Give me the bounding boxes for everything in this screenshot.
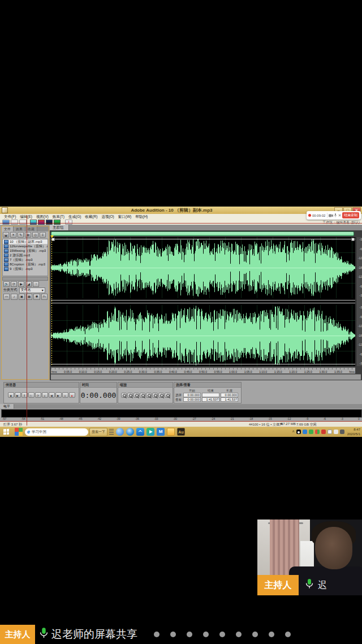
volume-icon[interactable] <box>334 430 338 434</box>
view-end-value[interactable]: 1:41.537 <box>202 397 219 402</box>
playhead-cursor[interactable] <box>51 237 52 366</box>
loop-icon[interactable]: ⟳ <box>11 281 17 287</box>
edit-file-icon[interactable]: ✎ <box>18 232 24 238</box>
zoom-in-vertical-button[interactable] <box>158 393 164 398</box>
webcam-video[interactable]: 主持人 迟 <box>257 520 362 595</box>
qq-tray-icon[interactable] <box>296 430 301 434</box>
editor-scroll-strip[interactable] <box>51 374 361 380</box>
tab-favorites[interactable]: 收藏 <box>25 226 37 231</box>
workspace-tile-4-icon[interactable] <box>54 220 61 225</box>
record-button[interactable]: ● <box>69 392 75 398</box>
playhead-marker-icon[interactable] <box>50 235 54 238</box>
view-start-value[interactable]: 0:00.000 <box>183 397 201 402</box>
waveform-overview-bar[interactable] <box>51 231 354 236</box>
menu-item[interactable]: 收藏(R) <box>85 214 97 220</box>
zoom-left-button[interactable] <box>146 393 152 398</box>
zoom-in-button[interactable] <box>121 393 127 398</box>
waveform-left-channel[interactable] <box>51 237 355 298</box>
taskbar-search-box[interactable]: e 学习中国 <box>25 428 88 436</box>
burn-cd-icon[interactable]: ◎ <box>32 232 38 238</box>
waveform-right-channel[interactable] <box>51 305 355 366</box>
play-from-cursor-button[interactable]: ▷ <box>28 392 35 398</box>
envelope-handle-right[interactable] <box>351 238 355 241</box>
list-menu-icon[interactable] <box>109 429 114 435</box>
cd-view-icon[interactable] <box>19 220 27 225</box>
file-row[interactable]: 9（剪辑）.mp3 <box>3 267 48 271</box>
selection-start-value[interactable]: 0:00.000 <box>183 393 201 397</box>
zoom-right-button[interactable] <box>152 393 158 398</box>
time-icon[interactable]: ◔ <box>33 281 39 287</box>
zoom-full-button[interactable] <box>133 393 139 398</box>
menu-item[interactable]: 窗口(W) <box>118 214 131 220</box>
menu-item[interactable]: 生成(G) <box>68 214 81 220</box>
menu-item[interactable]: 文件(F) <box>4 214 16 220</box>
text-tool-icon[interactable]: I <box>65 220 72 225</box>
files-scrollbar[interactable] <box>2 277 48 281</box>
end-recording-button[interactable]: 结束录制 <box>342 212 359 218</box>
import-file-icon[interactable]: ⬓ <box>3 232 9 238</box>
timeline-ruler[interactable]: hms 0:05.00:10.00:15.00:20.00:25.00:30.0… <box>51 367 355 373</box>
browser-icon[interactable] <box>116 428 124 436</box>
go-to-end-button[interactable]: » <box>62 392 68 398</box>
workspace-tile-2-icon[interactable] <box>38 220 45 225</box>
tray-icon[interactable] <box>327 430 332 434</box>
camera-icon[interactable] <box>329 213 333 218</box>
audition-taskbar-icon[interactable]: Au <box>177 428 185 436</box>
view-length-value[interactable]: 1:41.537 <box>221 397 238 402</box>
zoom-out-button[interactable] <box>127 393 133 398</box>
stop-button[interactable]: ■ <box>8 392 14 398</box>
folder-icon[interactable]: 🗀 <box>41 294 48 300</box>
selection-end-value[interactable] <box>202 393 219 397</box>
menu-item[interactable]: 选项(O) <box>101 214 114 220</box>
preview-play-icon[interactable]: ▶ <box>18 281 24 287</box>
menu-item[interactable]: 视图(V) <box>36 214 49 220</box>
insert-multitrack-icon[interactable]: ▤ <box>25 232 31 238</box>
show-midi-icon[interactable]: ♪ <box>11 294 17 300</box>
time-display[interactable]: 0:00.000 <box>80 388 117 402</box>
search-input[interactable]: 学习中国 <box>32 430 46 435</box>
level-meter[interactable] <box>1 409 362 418</box>
waveform-display[interactable] <box>51 237 355 366</box>
menu-item[interactable]: 效果(T) <box>53 214 64 220</box>
thunder-download-icon[interactable] <box>136 428 144 436</box>
network-icon[interactable] <box>340 430 344 434</box>
tray-expand-icon[interactable]: ˄ <box>292 430 295 434</box>
tab-effects[interactable]: 效果 <box>14 226 25 231</box>
menu-item[interactable]: 帮助(H) <box>135 214 148 220</box>
go-to-start-button[interactable]: « <box>42 392 48 398</box>
autoplay-icon[interactable]: 🔈 <box>3 281 10 287</box>
sort-dropdown[interactable]: 文件名 ▾ <box>19 287 45 293</box>
show-audio-icon[interactable]: ▭ <box>3 294 10 300</box>
cloud-app-icon[interactable]: M <box>157 428 165 436</box>
globe-browser-icon[interactable] <box>126 428 134 436</box>
close-icon[interactable]: ✕ <box>338 213 342 218</box>
mic-icon[interactable] <box>334 213 337 218</box>
selection-length-value[interactable]: 0:00.000 <box>221 393 238 397</box>
tab-main-group[interactable]: 主群组 <box>50 225 69 230</box>
taskbar-clock[interactable]: 8:47 2020/5/1 <box>347 427 360 436</box>
tray-icon[interactable] <box>303 430 307 434</box>
workspace-tile-1-icon[interactable] <box>30 220 37 225</box>
tray-icon[interactable] <box>309 430 313 434</box>
zoom-out-vertical-button[interactable] <box>165 393 170 398</box>
panel-options-icon[interactable]: ≡ <box>40 232 46 238</box>
file-explorer-icon[interactable] <box>167 428 175 436</box>
close-file-icon[interactable]: ✕ <box>10 232 16 238</box>
multitrack-view-icon[interactable] <box>11 220 18 225</box>
tab-levels[interactable]: 电平 <box>0 404 14 409</box>
tray-icon[interactable] <box>315 430 320 434</box>
search-go-button[interactable]: 搜索一下 <box>89 428 107 436</box>
rewind-button[interactable]: ◀ <box>49 392 55 398</box>
tab-files[interactable]: 文件 <box>2 226 14 231</box>
pan-envelope-line[interactable] <box>51 364 355 364</box>
play-looped-button[interactable]: ⟳ <box>35 392 41 398</box>
show-video-icon[interactable]: ▣ <box>19 294 25 300</box>
edit-view-icon[interactable] <box>2 220 10 225</box>
zoom-selection-button[interactable] <box>140 393 145 398</box>
start-button[interactable] <box>0 427 12 437</box>
tray-icon[interactable] <box>321 430 326 434</box>
full-paths-icon[interactable]: ✱ <box>33 294 40 300</box>
colorful-app-icon[interactable] <box>15 428 23 436</box>
volume-envelope-line[interactable] <box>51 239 355 239</box>
video-player-icon[interactable] <box>146 428 154 436</box>
